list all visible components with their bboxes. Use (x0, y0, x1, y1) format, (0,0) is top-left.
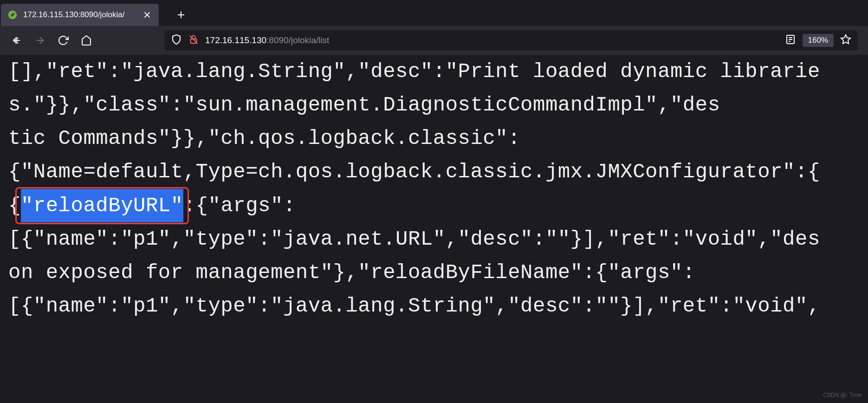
content-text-2: tic Commands"}},"ch.qos.logback.classic"… (8, 127, 520, 150)
favicon-spring-icon (7, 10, 18, 20)
home-button[interactable] (76, 30, 97, 51)
insecure-lock-icon[interactable] (188, 34, 199, 46)
tab-bar: 172.16.115.130:8090/jolokia/ (0, 0, 868, 26)
toolbar: 172.16.115.130:8090/jolokia/list 160% (0, 26, 868, 55)
url-display: 172.16.115.130:8090/jolokia/list (205, 35, 778, 46)
svg-marker-13 (841, 35, 850, 44)
content-text-3: {"Name=default,Type=ch.qos.logback.class… (8, 160, 820, 183)
content-text-4-post: :{"args": (183, 194, 296, 217)
content-text-6: on exposed for management"},"reloadByFil… (8, 261, 695, 284)
bookmark-star-icon[interactable] (840, 34, 851, 47)
content-text-5: [{"name":"p1","type":"java.net.URL","des… (8, 228, 820, 251)
reload-button[interactable] (53, 30, 73, 51)
new-tab-button[interactable] (172, 6, 190, 24)
content-text-4-pre: { (8, 194, 21, 217)
shield-icon[interactable] (171, 34, 182, 47)
browser-tab[interactable]: 172.16.115.130:8090/jolokia/ (1, 4, 159, 26)
page-content: [],"ret":"java.lang.String","desc":"Prin… (0, 55, 868, 323)
back-button[interactable] (6, 30, 27, 51)
forward-button[interactable] (30, 30, 50, 51)
close-tab-button[interactable] (142, 10, 152, 20)
reader-mode-icon[interactable] (785, 34, 796, 47)
browser-chrome: 172.16.115.130:8090/jolokia/ (0, 0, 868, 55)
highlighted-text: "reloadByURL" (21, 189, 183, 222)
content-text-7: [{"name":"p1","type":"java.lang.String",… (8, 294, 820, 318)
address-bar[interactable]: 172.16.115.130:8090/jolokia/list 160% (164, 30, 858, 51)
watermark: CSDN @- Time (823, 392, 862, 398)
zoom-level[interactable]: 160% (803, 34, 834, 47)
tab-title: 172.16.115.130:8090/jolokia/ (23, 10, 138, 20)
content-text-1: [],"ret":"java.lang.String","desc":"Prin… (8, 60, 820, 117)
